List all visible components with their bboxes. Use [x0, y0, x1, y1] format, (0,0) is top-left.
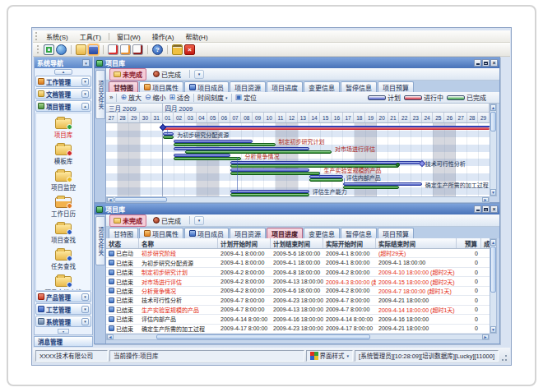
scrollbar-thumb[interactable] [490, 247, 496, 293]
scroll-up-icon[interactable]: ▲ [490, 239, 496, 246]
sidebar-group-top-3[interactable]: 项目管理▴ [35, 100, 91, 112]
table-vertical-scrollbar[interactable]: ▲ ▼ [490, 238, 497, 334]
report-open-icon[interactable] [120, 44, 131, 55]
exit-icon[interactable] [184, 44, 195, 55]
table-tab-项目资源[interactable]: 项目资源 [230, 228, 266, 238]
menu-item-3[interactable]: 窗口(W) [111, 32, 146, 41]
sidebar-group-toggle[interactable]: ▾ [81, 90, 89, 98]
sidebar-group-top-1[interactable]: 工作管理▾ [35, 76, 91, 87]
table-horizontal-scrollbar[interactable]: ◄ ► [106, 334, 490, 340]
folder-open-icon[interactable] [76, 44, 86, 55]
filter-dropdown-button[interactable] [194, 70, 204, 79]
sidebar-group-bottom-2[interactable]: 工艺管理▾ [35, 303, 91, 315]
table-tab-项目进度[interactable]: 项目进度 [267, 228, 303, 238]
column-header-名称[interactable]: 名称 [139, 238, 218, 248]
scroll-left-icon[interactable]: ◄ [107, 197, 114, 202]
column-header-实际开始时间[interactable]: 实际开始时间 [323, 238, 376, 248]
project-folder-vertical-tab[interactable]: 项目文件夹 [95, 216, 105, 265]
sidebar-group-bottom-3[interactable]: 系统管理▾ [35, 316, 91, 327]
chevron-down-icon[interactable]: ▾ [82, 59, 90, 67]
scroll-down-icon[interactable]: ▼ [490, 326, 496, 333]
column-header-计划开始时间[interactable]: 计划开始时间 [218, 238, 271, 248]
scroll-right-icon[interactable]: ► [482, 197, 489, 202]
column-header-预算[interactable]: 预算 [457, 238, 481, 248]
collapse-button[interactable]: ▴ [54, 69, 72, 75]
sidebar-group-toggle[interactable]: ▾ [81, 293, 89, 301]
sidebar-group-top-2[interactable]: 文档管理▾ [35, 88, 91, 99]
restore-button[interactable] [482, 59, 490, 67]
gantt-tab-项目成员[interactable]: 项目成员 [184, 81, 229, 92]
gantt-chart-canvas[interactable]: 为初步研究分配资源制定初步研究计划对市场进行评估分析竞争情况技术可行性分析生产实… [106, 123, 490, 196]
scroll-down-icon[interactable]: ▼ [490, 189, 496, 196]
gantt-tab-项目预算[interactable]: 项目预算 [378, 81, 414, 92]
globe-icon[interactable] [56, 44, 67, 55]
column-header-成本[interactable]: 成本 [481, 238, 490, 248]
menu-item-4[interactable]: 操作(A) [146, 32, 180, 41]
close-button[interactable]: × [490, 205, 498, 213]
table-row[interactable]: 已结束制定初步研究计划2009-4-2 8:00:002009-4-8 18:0… [106, 268, 490, 277]
scrollbar-thumb[interactable] [156, 334, 370, 339]
monitor-icon[interactable] [44, 44, 54, 55]
scroll-more-icon[interactable]: ▾ [58, 329, 69, 334]
scroll-up-icon[interactable]: ▲ [490, 104, 496, 111]
table-row[interactable]: 已结束评估内部产品2009-4-14 8:00:002009-4-16 18:0… [106, 315, 490, 324]
gantt-window-titlebar[interactable]: 项目库 × [95, 58, 499, 68]
table-row[interactable]: 已结束确定生产所需的加工过程2009-4-17 8:00:002009-4-23… [106, 325, 490, 334]
table-row[interactable]: 已结束分析竞争情况2009-4-2 8:00:002009-4-6 18:00:… [106, 287, 490, 296]
help-icon[interactable] [152, 44, 163, 55]
gantt-tab-变更信息[interactable]: 变更信息 [304, 81, 340, 92]
menu-item-2[interactable]: 工具(T) [74, 32, 107, 41]
sidebar-item-工作日历[interactable]: 工作日历 [36, 194, 90, 220]
report-close-icon[interactable] [132, 44, 143, 55]
gantt-tab-项目资源[interactable]: 项目资源 [230, 81, 266, 92]
menu-item-1[interactable]: 系统(S) [40, 32, 74, 41]
filter-unfinished-button[interactable]: 未完成 [109, 214, 146, 227]
sidebar-group-toggle[interactable]: ▴ [81, 103, 89, 110]
sidebar-item-任务查找[interactable]: 任务查找 [36, 247, 90, 273]
resize-grip[interactable] [500, 350, 508, 362]
more-tools-button[interactable]: » [109, 94, 113, 101]
scrollbar-thumb[interactable] [490, 112, 496, 131]
scroll-right-icon[interactable]: ► [482, 334, 489, 339]
table-tab-变更信息[interactable]: 变更信息 [304, 228, 340, 238]
gantt-tab-项目进度[interactable]: 项目进度 [267, 81, 303, 92]
project-folder-vertical-tab[interactable]: 项目文件夹 [95, 70, 105, 119]
sidebar-group-bottom-1[interactable]: 产品管理▾ [35, 291, 91, 302]
table-tab-甘特图[interactable]: 甘特图 [109, 228, 138, 238]
gantt-horizontal-scrollbar[interactable]: ◄ ► [106, 196, 490, 203]
ui-style-button[interactable]: 界面样式 ▾ [306, 350, 354, 362]
column-header-状态[interactable]: 状态 [106, 238, 139, 248]
restore-button[interactable] [482, 205, 490, 213]
sidebar-group-toggle[interactable]: ▾ [81, 78, 89, 85]
column-header-计划结束时间[interactable]: 计划结束时间 [271, 238, 323, 248]
minimize-button[interactable] [474, 59, 481, 67]
sidebar-item-项目文档查找[interactable]: 项目文档查找 [36, 273, 90, 291]
scroll-left-icon[interactable]: ◄ [107, 334, 114, 339]
timescale-button[interactable]: 时间刻度▾ [197, 93, 228, 102]
table-tab-项目属性[interactable]: 项目属性 [139, 228, 183, 238]
table-row[interactable]: 已结束为初步研究分配资源2009-4-1 8:00:002009-4-1 18:… [106, 258, 490, 267]
table-tab-暂停信息[interactable]: 暂停信息 [341, 228, 377, 238]
fit-button[interactable]: ⊞适合 [169, 93, 191, 102]
sidebar-item-项目库[interactable]: 项目库 [36, 115, 90, 141]
zoom-out-button[interactable]: ⊖缩小 [145, 93, 166, 102]
minimize-button[interactable] [474, 205, 481, 213]
table-row[interactable]: 已启动初步研究阶段2009-4-1 8:00:002009-5-6 18:00:… [106, 249, 490, 258]
filter-unfinished-button[interactable]: 未完成 [109, 68, 146, 81]
sidebar-item-模板库[interactable]: 模板库 [36, 141, 90, 168]
table-window-titlebar[interactable]: 项目库 × [95, 204, 499, 214]
gantt-tab-暂停信息[interactable]: 暂停信息 [341, 81, 377, 92]
table-row[interactable]: 已结束对市场进行评估2009-4-2 8:00:002009-4-13 18:0… [106, 277, 490, 286]
filter-finished-button[interactable]: 已完成 [149, 68, 185, 81]
filter-finished-button[interactable]: 已完成 [149, 214, 185, 227]
sidebar-group-toggle[interactable]: ▾ [81, 318, 89, 325]
message-management-tab[interactable]: 消息管理 [34, 336, 93, 347]
gantt-vertical-scrollbar[interactable]: ▲ ▼ [490, 104, 497, 196]
save-icon[interactable] [88, 44, 99, 55]
sidebar-item-项目监控[interactable]: 项目监控 [36, 168, 90, 194]
table-tab-项目成员[interactable]: 项目成员 [184, 228, 229, 238]
menu-item-5[interactable]: 帮助(H) [179, 32, 213, 41]
close-button[interactable]: × [490, 59, 498, 67]
zoom-in-button[interactable]: ⊕放大 [120, 93, 142, 102]
locate-button[interactable]: ▣定位 [235, 93, 258, 102]
